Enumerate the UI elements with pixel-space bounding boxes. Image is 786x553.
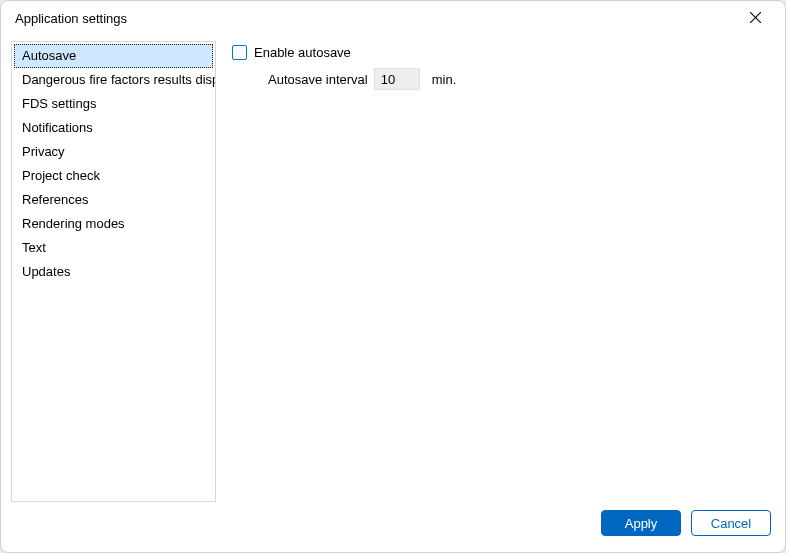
settings-sidebar: Autosave Dangerous fire factors results … <box>11 41 216 502</box>
sidebar-item-label: Autosave <box>22 48 76 63</box>
cancel-button[interactable]: Cancel <box>691 510 771 536</box>
sidebar-item-text[interactable]: Text <box>14 236 213 260</box>
sidebar-item-label: Updates <box>22 264 70 279</box>
sidebar-item-label: Rendering modes <box>22 216 125 231</box>
sidebar-item-label: Text <box>22 240 46 255</box>
autosave-interval-input[interactable] <box>374 68 420 90</box>
titlebar: Application settings <box>1 1 785 35</box>
dialog-footer: Apply Cancel <box>1 502 785 552</box>
settings-dialog: Application settings Autosave Dangerous … <box>0 0 786 553</box>
sidebar-item-label: Privacy <box>22 144 65 159</box>
enable-autosave-label[interactable]: Enable autosave <box>254 45 351 60</box>
sidebar-item-dangerous-fire-factors[interactable]: Dangerous fire factors results display <box>14 68 213 92</box>
enable-autosave-checkbox[interactable] <box>232 45 247 60</box>
close-icon <box>750 11 761 26</box>
sidebar-item-label: FDS settings <box>22 96 96 111</box>
sidebar-item-label: Dangerous fire factors results display <box>22 72 216 87</box>
autosave-interval-row: Autosave interval min. <box>268 68 771 90</box>
sidebar-item-updates[interactable]: Updates <box>14 260 213 284</box>
sidebar-item-fds-settings[interactable]: FDS settings <box>14 92 213 116</box>
enable-autosave-row: Enable autosave <box>232 45 771 60</box>
autosave-interval-label: Autosave interval <box>268 72 368 87</box>
sidebar-item-notifications[interactable]: Notifications <box>14 116 213 140</box>
sidebar-item-references[interactable]: References <box>14 188 213 212</box>
apply-button[interactable]: Apply <box>601 510 681 536</box>
close-button[interactable] <box>735 4 775 32</box>
sidebar-item-label: Notifications <box>22 120 93 135</box>
autosave-interval-unit: min. <box>432 72 457 87</box>
sidebar-item-project-check[interactable]: Project check <box>14 164 213 188</box>
window-title: Application settings <box>15 11 127 26</box>
sidebar-item-rendering-modes[interactable]: Rendering modes <box>14 212 213 236</box>
sidebar-item-privacy[interactable]: Privacy <box>14 140 213 164</box>
dialog-body: Autosave Dangerous fire factors results … <box>1 35 785 502</box>
sidebar-item-label: Project check <box>22 168 100 183</box>
settings-content: Enable autosave Autosave interval min. <box>228 41 775 502</box>
sidebar-item-label: References <box>22 192 88 207</box>
sidebar-item-autosave[interactable]: Autosave <box>14 44 213 68</box>
